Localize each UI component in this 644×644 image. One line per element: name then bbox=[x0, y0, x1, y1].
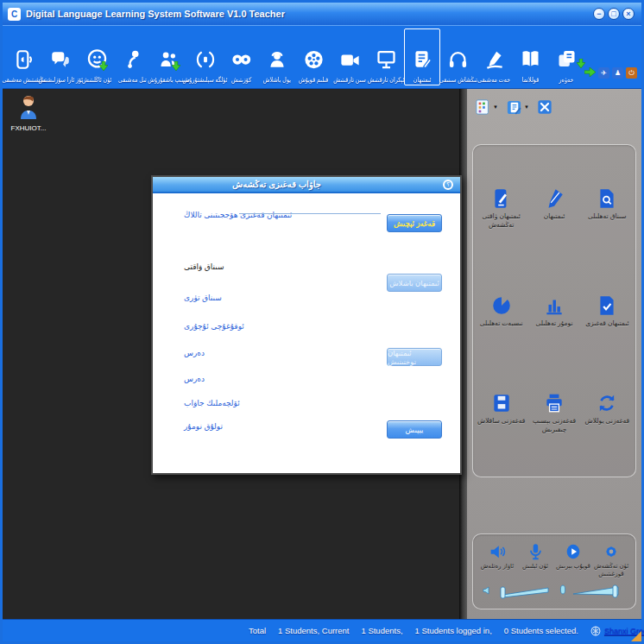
tool-ratio-analysis[interactable]: نىسبەت تەھلىلى bbox=[477, 294, 527, 328]
status-students: 1 Students, bbox=[361, 626, 402, 635]
message-icon bbox=[555, 42, 578, 77]
play-icon bbox=[564, 542, 583, 561]
network-icon[interactable]: ✈ bbox=[598, 67, 609, 79]
guide-person-icon bbox=[266, 42, 288, 77]
toolbar-item-listening[interactable]: تىڭشىتىش مەشىقى bbox=[6, 28, 42, 85]
audio-control-panel: ئۈن تەڭشەش قوزغىتىش قويۇپ بېرىش ئۈن ئېلى… bbox=[472, 534, 636, 609]
status-current: 1 Students, Current bbox=[278, 626, 349, 635]
mic-small-icon bbox=[559, 584, 567, 597]
toolbar-item-listening-test[interactable]: تىڭشاش سىنىقى bbox=[440, 28, 477, 85]
volume-button[interactable]: ئاۋاز رەتلەش bbox=[478, 542, 516, 578]
status-selected: 0 Students selected. bbox=[504, 626, 578, 635]
status-logged-in: 1 Students logged in, bbox=[415, 626, 492, 635]
gear-icon bbox=[602, 542, 621, 561]
green-arrow-icon[interactable] bbox=[584, 65, 596, 80]
handwriting-icon bbox=[483, 42, 506, 77]
exit-icon[interactable]: ⏻ bbox=[626, 67, 637, 79]
ratio-pie-icon bbox=[490, 294, 513, 317]
speaker-icon bbox=[488, 542, 507, 561]
audio-broadcast-icon bbox=[13, 42, 35, 77]
resize-grip[interactable] bbox=[631, 631, 641, 641]
score-chart-icon bbox=[543, 294, 565, 317]
toolbar-item-watch[interactable]: كۆزىتىش bbox=[224, 28, 260, 85]
paper-setup-icon[interactable]: ▼ bbox=[506, 99, 529, 116]
chevron-down-icon: ▼ bbox=[493, 104, 498, 110]
lesson-label: دەرس bbox=[184, 349, 205, 357]
toolbar-item-video[interactable]: سىن تارقىتىش bbox=[331, 28, 368, 85]
user-status-icon[interactable]: ♟ bbox=[612, 67, 623, 79]
stop-exam-button[interactable]: ئىمتىھان توختىتىش bbox=[387, 348, 442, 366]
audio-settings-button[interactable]: ئۈن تەڭشەش قوزغىتىش bbox=[592, 542, 630, 578]
exam-sidebar: ▼ ▼ سىناق تەھلىلى bbox=[467, 89, 641, 619]
classroom-desktop: FXHUIOT... جاۋاب قەغىزى تەڭشەش ؟ ئىمتىھا… bbox=[3, 89, 459, 619]
close-button[interactable]: × bbox=[622, 8, 635, 20]
paper-sync-icon bbox=[596, 392, 618, 414]
full-score-label: تولۇق نومۇر bbox=[184, 422, 223, 431]
playback-button[interactable]: قويۇپ بېرىش bbox=[554, 542, 592, 578]
dialog-titlebar: جاۋاب قەغىزى تەڭشەش ؟ bbox=[153, 177, 460, 193]
window-title: Digital Language Learning System Softwar… bbox=[26, 9, 285, 19]
video-broadcast-icon bbox=[338, 42, 362, 77]
toolbar-item-handwriting[interactable]: خەت مەشىقى bbox=[477, 28, 513, 85]
exam-tools-panel: سىناق تەھلىلى ئىمتىھان ئىمتىھان ۋاقتى تە… bbox=[472, 144, 636, 477]
paper-save-icon bbox=[490, 392, 513, 414]
exam-time-icon bbox=[490, 187, 513, 210]
dialog-title: جاۋاب قەغىزى تەڭشەش bbox=[232, 180, 321, 189]
tools-icon[interactable] bbox=[537, 99, 552, 115]
student-desktop-icon[interactable]: FXHUIOT... bbox=[9, 94, 48, 132]
start-exam-button[interactable]: ئىمتىھان باشلاش bbox=[387, 274, 442, 292]
exam-file-label: ئىمتىھان قەغىزى ھۆججىتىنى تاللاڭ bbox=[184, 211, 292, 219]
tool-score-analysis[interactable]: نومۇر تەھلىلى bbox=[529, 294, 579, 328]
dialog-help-icon[interactable]: ؟ bbox=[443, 180, 453, 190]
listening-test-icon bbox=[446, 42, 470, 77]
paper-print-icon bbox=[543, 392, 565, 414]
toolbar-item-radio[interactable]: ئۈن ئاڭلىتىش bbox=[79, 28, 115, 85]
mic-icon bbox=[526, 542, 545, 561]
intercom-chat-icon bbox=[49, 42, 72, 77]
toolbar-item-class-manage[interactable]: سىنىپ باشقۇرۇش bbox=[151, 28, 187, 85]
tool-exam-paper[interactable]: ئىمتىھان قەغىزى bbox=[582, 294, 632, 328]
restore-button[interactable]: □ bbox=[608, 8, 620, 20]
toolbar-item-exam[interactable]: ئىمتىھان bbox=[404, 28, 440, 85]
toolbar-item-screen[interactable]: ئېكران تارقىتىش bbox=[368, 28, 404, 85]
paper-check-icon bbox=[596, 294, 618, 317]
student-avatar bbox=[17, 94, 40, 120]
student-icon-label: FXHUIOT... bbox=[9, 124, 48, 132]
minimize-button[interactable]: − bbox=[593, 8, 605, 20]
compare-audio-icon bbox=[194, 42, 217, 77]
toolbar-item-guide[interactable]: يول باشلاش bbox=[259, 28, 295, 85]
toolbar-tray: ✈ ♟ ⏻ bbox=[584, 65, 640, 85]
toolbar-item-message[interactable]: خەۋەر bbox=[548, 28, 584, 85]
exam-time-label: سىناق ۋاقتى bbox=[184, 262, 224, 271]
tool-paper-print[interactable]: قەغەزنى بېسىپ چىقىرىش bbox=[529, 392, 579, 434]
close-dialog-button[interactable]: يېپىش bbox=[387, 420, 442, 439]
green-down-arrow-icon bbox=[99, 59, 108, 74]
tool-paper-sync[interactable]: قەغەزنى يوللاش bbox=[582, 392, 632, 434]
main-toolbar: تىڭشىتىش مەشىقى ئۆز ئارا سۆزلىشىش ئۈن ئا… bbox=[3, 25, 641, 89]
titlebar: C Digital Language Learning System Softw… bbox=[3, 3, 641, 25]
toolbar-item-compare[interactable]: ئۈلگە سېلىشتۇرۇش bbox=[187, 28, 224, 85]
speaker-small-icon bbox=[482, 585, 492, 596]
tool-exam-analysis[interactable]: سىناق تەھلىلى bbox=[582, 187, 632, 230]
mic-volume-slider[interactable] bbox=[559, 582, 627, 599]
tool-exam[interactable]: ئىمتىھان bbox=[529, 187, 579, 230]
toolbar-item-courseware[interactable]: قوللانما bbox=[513, 28, 549, 85]
exam-icon bbox=[411, 42, 433, 77]
toolbar-item-film[interactable]: فىلىم قويۇش bbox=[295, 28, 331, 85]
screen-broadcast-icon bbox=[375, 42, 398, 77]
tool-paper-save[interactable]: قەغەزنى ساقلاش bbox=[477, 392, 527, 434]
app-window: C Digital Language Learning System Softw… bbox=[0, 0, 644, 644]
toolbar-item-language-practice[interactable]: تىل مەشىقى bbox=[115, 28, 151, 85]
toolbar-item-intercom[interactable]: ئۆز ئارا سۆزلىشىش bbox=[42, 28, 79, 85]
exam-file-input[interactable] bbox=[239, 213, 381, 214]
status-total-label: Total bbox=[249, 626, 266, 635]
globe-icon bbox=[590, 626, 601, 636]
palette-icon[interactable]: ▼ bbox=[476, 99, 498, 115]
chevron-down-icon: ▼ bbox=[524, 104, 529, 110]
student-info-label: ئوقۇغۇچى ئۇچۇرى bbox=[184, 322, 244, 331]
open-paper-button[interactable]: قەغەز ئېچىش bbox=[387, 214, 442, 232]
speaker-volume-slider[interactable] bbox=[482, 582, 552, 599]
tool-exam-time[interactable]: ئىمتىھان ۋاقتى تەڭشەش bbox=[477, 187, 527, 230]
record-button[interactable]: ئۈن ئېلىش bbox=[516, 542, 554, 578]
green-down-arrow-icon bbox=[577, 56, 585, 72]
